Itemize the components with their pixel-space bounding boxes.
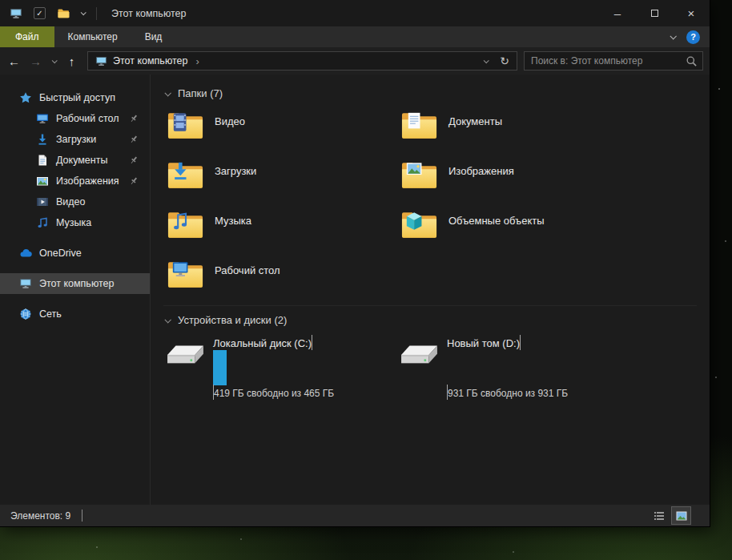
expand-ribbon-chevron-icon[interactable] [670, 33, 676, 39]
sidebar-item-desktop[interactable]: Рабочий стол [0, 108, 150, 129]
help-icon[interactable]: ? [686, 30, 700, 44]
this-pc-app-icon [10, 7, 22, 20]
status-bar: Элементов: 9 [0, 505, 710, 526]
drive-usage-fill [213, 350, 227, 385]
back-button[interactable]: ← [3, 50, 25, 71]
folder-label: Объемные объекты [448, 215, 545, 244]
folder-tile-desktop[interactable]: Рабочий стол [167, 258, 400, 294]
downloads-folder-icon [167, 159, 204, 191]
folder-tile-downloads[interactable]: Загрузки [167, 159, 400, 195]
folder-tile-videos[interactable]: Видео [167, 109, 400, 145]
pin-icon [128, 113, 139, 124]
search-icon[interactable] [686, 55, 698, 67]
folder-tile-3d-objects[interactable]: Объемные объекты [400, 208, 634, 244]
status-divider [82, 510, 82, 522]
hard-drive-icon [400, 342, 439, 371]
sidebar-item-label: Сеть [39, 308, 62, 320]
breadcrumb-chevron[interactable]: › [195, 55, 199, 67]
folder-label: Видео [215, 115, 245, 145]
up-button[interactable]: ↑ [61, 50, 82, 71]
pictures-folder-icon [400, 159, 438, 191]
maximize-button[interactable] [636, 0, 673, 26]
sidebar-item-videos[interactable]: Видео [0, 191, 150, 212]
navigation-pane: Быстрый доступ Рабочий стол Загрузки [0, 75, 150, 505]
videos-icon [36, 195, 49, 208]
quick-access-toolbar-chevron-icon[interactable] [81, 10, 86, 15]
search-box[interactable] [524, 51, 703, 71]
sidebar-item-documents[interactable]: Документы [0, 150, 150, 171]
documents-folder-icon [400, 109, 438, 141]
documents-icon [36, 154, 49, 167]
folder-label: Загрузки [215, 165, 256, 195]
sidebar-item-label: Быстрый доступ [39, 92, 115, 103]
new-folder-icon[interactable] [57, 7, 70, 20]
folder-label: Изображения [448, 165, 514, 195]
drive-tile-c[interactable]: Локальный диск (C:) 419 ГБ свободно из 4… [167, 336, 400, 371]
folder-tile-pictures[interactable]: Изображения [400, 159, 634, 195]
collapse-chevron-icon[interactable] [164, 316, 171, 323]
navigation-bar: ← → ↑ Этот компьютер › ↻ [0, 47, 710, 75]
sidebar-item-quick-access[interactable]: Быстрый доступ [0, 87, 150, 108]
sidebar-item-label: Документы [56, 155, 107, 166]
explorer-window: ✓ Этот компьютер – × Файл Компьютер Вид … [0, 0, 710, 526]
details-view-icon[interactable] [650, 507, 668, 524]
network-globe-icon [19, 308, 32, 320]
sidebar-item-pictures[interactable]: Изображения [0, 171, 150, 191]
large-icons-view-icon[interactable] [672, 507, 690, 524]
pin-icon [128, 175, 139, 187]
sidebar-item-label: Изображения [56, 175, 119, 187]
collapse-chevron-icon[interactable] [164, 90, 171, 96]
title-bar: ✓ Этот компьютер – × [0, 0, 710, 26]
folder-label: Музыка [215, 215, 251, 244]
section-title: Папки (7) [178, 87, 223, 99]
drive-free-space: 931 ГБ свободно из 931 ГБ [448, 388, 568, 399]
file-menu-button[interactable]: Файл [0, 26, 54, 47]
music-icon [36, 216, 49, 229]
onedrive-cloud-icon [19, 247, 32, 260]
folder-tile-music[interactable]: Музыка [167, 208, 400, 244]
tab-computer[interactable]: Компьютер [54, 26, 131, 47]
sidebar-item-label: Видео [56, 196, 86, 207]
desktop-icon [36, 112, 49, 125]
search-input[interactable] [531, 55, 686, 66]
videos-folder-icon [167, 109, 204, 141]
sidebar-item-music[interactable]: Музыка [0, 212, 150, 233]
close-button[interactable]: × [673, 0, 710, 26]
drive-free-space: 419 ГБ свободно из 465 ГБ [214, 388, 334, 399]
address-dropdown-chevron-icon[interactable] [477, 52, 494, 70]
address-bar[interactable]: Этот компьютер › ↻ [87, 51, 517, 71]
minimize-button[interactable]: – [599, 0, 636, 26]
sidebar-item-label: Рабочий стол [56, 113, 119, 124]
refresh-icon[interactable]: ↻ [496, 52, 513, 70]
drive-name: Новый том (D:) [447, 337, 520, 349]
folders-section-header[interactable]: Папки (7) [165, 87, 702, 99]
drive-name: Локальный диск (C:) [213, 337, 312, 349]
quick-access-star-icon [19, 91, 32, 104]
3d-objects-folder-icon [400, 208, 438, 240]
drive-tile-d[interactable]: Новый том (D:) 931 ГБ свободно из 931 ГБ [400, 336, 634, 371]
this-pc-breadcrumb-icon [95, 55, 107, 67]
folder-label: Рабочий стол [215, 264, 280, 294]
recent-locations-chevron-icon[interactable] [46, 50, 61, 71]
maximize-icon [651, 10, 658, 17]
pin-icon [128, 134, 139, 145]
sidebar-item-network[interactable]: Сеть [0, 304, 150, 324]
breadcrumb[interactable]: Этот компьютер [113, 55, 187, 66]
ribbon-tab-bar: Файл Компьютер Вид ? [0, 26, 710, 47]
devices-section-header[interactable]: Устройства и диски (2) [165, 314, 697, 326]
folder-tile-documents[interactable]: Документы [400, 109, 634, 145]
sidebar-item-onedrive[interactable]: OneDrive [0, 243, 150, 264]
music-folder-icon [167, 208, 204, 240]
forward-button[interactable]: → [25, 50, 46, 71]
file-list-area: Папки (7) Видео [150, 75, 710, 505]
section-title: Устройства и диски (2) [178, 314, 287, 326]
sidebar-item-label: OneDrive [39, 248, 82, 259]
sidebar-item-label: Музыка [56, 217, 91, 228]
pin-icon [128, 155, 139, 166]
sidebar-item-label: Загрузки [56, 134, 96, 145]
tab-view[interactable]: Вид [131, 26, 176, 47]
sidebar-item-this-pc[interactable]: Этот компьютер [0, 273, 150, 294]
properties-icon[interactable]: ✓ [34, 7, 46, 19]
sidebar-item-downloads[interactable]: Загрузки [0, 129, 150, 150]
titlebar-separator [96, 7, 97, 20]
